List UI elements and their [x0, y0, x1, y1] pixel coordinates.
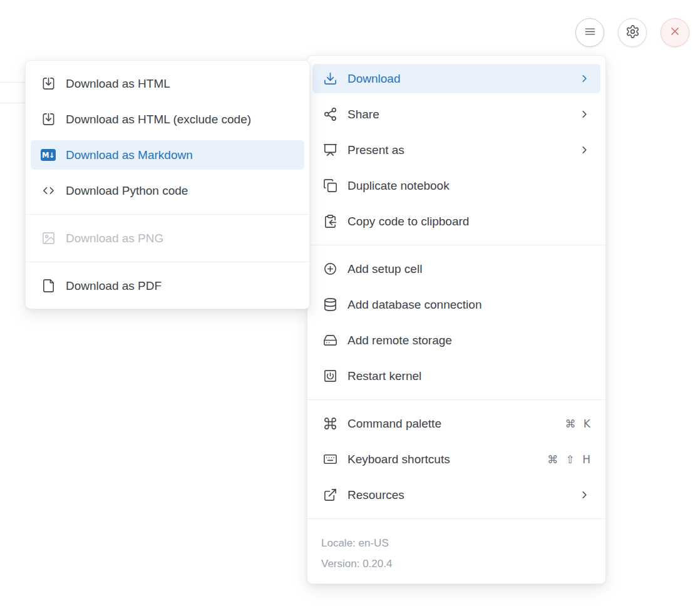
- submenu-item-download-as-png[interactable]: Download as PNG: [31, 223, 304, 253]
- chevron-right-icon: [579, 144, 590, 156]
- menu-item-add-remote-storage[interactable]: Add remote storage: [312, 326, 600, 355]
- menu-item-label: Resources: [347, 488, 404, 502]
- menu-item-label: Add setup cell: [347, 262, 422, 276]
- menu-item-label: Download as PDF: [66, 279, 162, 293]
- menu-item-label: Command palette: [347, 417, 441, 431]
- menu-item-label: Add database connection: [347, 298, 481, 312]
- menu-item-share[interactable]: Share: [312, 100, 600, 129]
- menu-item-label: Download as Markdown: [66, 148, 193, 162]
- page-edge-line: [0, 82, 25, 83]
- settings-button[interactable]: [618, 18, 647, 47]
- menu-item-download[interactable]: Download: [312, 64, 600, 93]
- menu-separator: [307, 245, 605, 245]
- hamburger-menu-icon: [584, 25, 597, 41]
- share-icon: [322, 107, 337, 122]
- shortcut-hint: ⌘ K: [565, 418, 590, 430]
- menu-item-label: Download as HTML (exclude code): [66, 113, 251, 126]
- external-link-icon: [322, 488, 337, 503]
- menu-item-restart-kernel[interactable]: Restart kernel: [312, 361, 600, 391]
- box-download-icon: [41, 112, 56, 127]
- hard-drive-icon: [322, 333, 337, 348]
- submenu-item-download-as-html-exclude-code[interactable]: Download as HTML (exclude code): [31, 105, 304, 134]
- chevron-right-icon: [579, 489, 590, 501]
- menu-item-label: Keyboard shortcuts: [347, 453, 450, 466]
- menu-item-label: Share: [347, 108, 379, 121]
- duplicate-icon: [322, 178, 337, 193]
- chevron-right-icon: [579, 108, 590, 120]
- menu-separator: [307, 399, 605, 400]
- submenu-item-download-as-html[interactable]: Download as HTML: [31, 69, 304, 98]
- gear-icon: [625, 24, 640, 41]
- submenu-item-download-python-code[interactable]: Download Python code: [31, 176, 304, 205]
- menu-item-duplicate-notebook[interactable]: Duplicate notebook: [312, 171, 600, 200]
- notebook-actions-menu: Download Share Present as: [307, 55, 606, 584]
- command-icon: [322, 416, 337, 431]
- menu-item-add-database-connection[interactable]: Add database connection: [312, 290, 600, 319]
- database-icon: [322, 297, 337, 312]
- menu-item-resources[interactable]: Resources: [312, 480, 600, 510]
- menu-item-label: Download as PNG: [66, 232, 163, 245]
- close-x-icon: [669, 25, 681, 40]
- circle-plus-icon: [322, 262, 337, 277]
- menu-item-copy-code[interactable]: Copy code to clipboard: [312, 207, 600, 236]
- menu-item-label: Duplicate notebook: [347, 179, 450, 193]
- file-icon: [41, 279, 56, 294]
- menu-item-add-setup-cell[interactable]: Add setup cell: [312, 254, 600, 284]
- menu-separator: [26, 262, 309, 262]
- menu-item-label: Copy code to clipboard: [347, 215, 469, 228]
- markdown-badge-icon: M↓: [41, 148, 56, 163]
- menu-separator: [26, 214, 309, 215]
- image-icon: [41, 231, 56, 246]
- close-button[interactable]: [661, 18, 689, 47]
- notebook-menu-button[interactable]: [575, 18, 604, 47]
- menu-item-label: Add remote storage: [347, 334, 452, 347]
- locale-text: Locale: en-US: [321, 533, 592, 553]
- chevron-right-icon: [579, 73, 590, 85]
- menu-separator: [307, 518, 605, 519]
- submenu-item-download-as-markdown[interactable]: M↓ Download as Markdown: [31, 140, 304, 170]
- box-download-icon: [41, 76, 56, 91]
- download-icon: [322, 71, 337, 86]
- power-icon: [322, 369, 337, 384]
- presentation-icon: [322, 143, 337, 158]
- menu-item-label: Present as: [347, 143, 404, 157]
- menu-item-keyboard-shortcuts[interactable]: Keyboard shortcuts ⌘ ⇧ H: [312, 444, 600, 474]
- menu-item-label: Restart kernel: [347, 369, 421, 383]
- menu-item-label: Download as HTML: [66, 77, 170, 91]
- menu-item-label: Download: [347, 72, 401, 86]
- page-edge-line: [0, 103, 25, 103]
- menu-item-present-as[interactable]: Present as: [312, 135, 600, 165]
- shortcut-hint: ⌘ ⇧ H: [547, 453, 590, 466]
- clipboard-copy-icon: [322, 214, 337, 229]
- menu-item-command-palette[interactable]: Command palette ⌘ K: [312, 409, 600, 438]
- version-text: Version: 0.20.4: [321, 553, 592, 574]
- menu-item-label: Download Python code: [66, 184, 188, 198]
- submenu-item-download-as-pdf[interactable]: Download as PDF: [31, 271, 304, 300]
- keyboard-icon: [322, 452, 337, 467]
- download-submenu: Download as HTML Download as HTML (exclu…: [25, 60, 310, 309]
- code-icon: [41, 183, 56, 198]
